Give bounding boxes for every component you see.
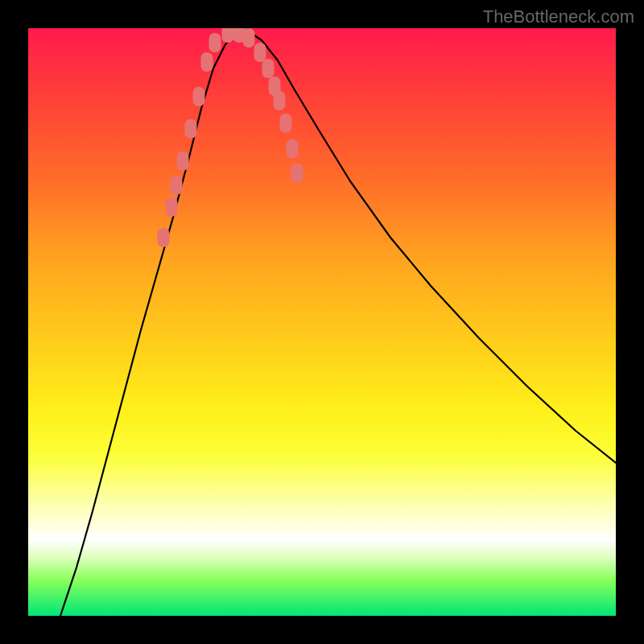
marker-point (209, 33, 221, 52)
marker-point (291, 163, 303, 183)
marker-point (193, 87, 205, 106)
marker-group (158, 28, 303, 247)
marker-point (254, 43, 266, 62)
marker-point (222, 28, 234, 43)
marker-point (185, 119, 197, 138)
marker-point (166, 197, 178, 217)
marker-point (201, 52, 213, 72)
curve-path-group (60, 32, 616, 616)
chart-container: TheBottleneck.com (0, 0, 644, 644)
curve-svg (28, 28, 616, 616)
marker-point (158, 228, 170, 247)
marker-point (177, 151, 189, 171)
marker-point (262, 59, 275, 78)
plot-area (28, 28, 616, 616)
marker-point (243, 28, 255, 47)
marker-point (274, 91, 286, 110)
marker-point (287, 139, 299, 159)
bottleneck-curve (60, 32, 616, 616)
marker-point (171, 175, 183, 195)
marker-point (280, 114, 292, 133)
watermark-text: TheBottleneck.com (483, 6, 634, 27)
